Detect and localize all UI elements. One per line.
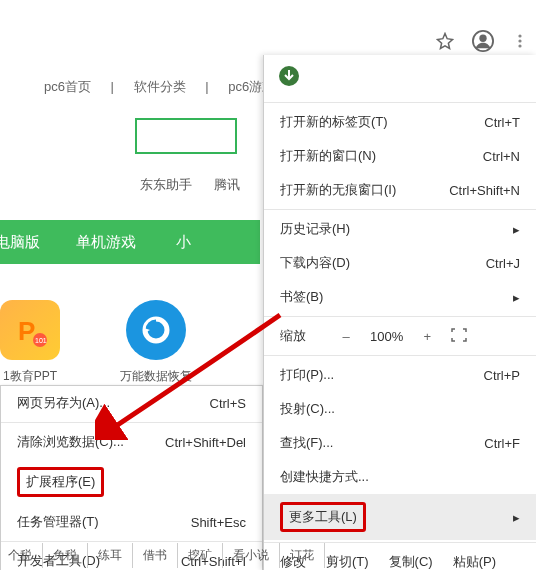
chevron-right-icon: ▸	[513, 222, 520, 237]
tab[interactable]: 个税	[0, 543, 43, 568]
cat-a[interactable]: 游电脑版	[0, 233, 40, 252]
bottom-tabs: 个税 免税 练耳 借书 挖矿 看小说 订花	[0, 543, 325, 568]
menuitem-incognito[interactable]: 打开新的无痕窗口(I)Ctrl+Shift+N	[264, 173, 536, 207]
app-item[interactable]: 万能数据恢复	[120, 300, 192, 385]
zoom-out-button[interactable]: –	[336, 329, 356, 344]
nav-links: pc6首页 | 软件分类 | pc6游戏	[36, 78, 283, 96]
sublink-a[interactable]: 东东助手	[140, 177, 192, 192]
tab[interactable]: 挖矿	[178, 543, 223, 568]
menuitem-clear-data[interactable]: 清除浏览数据(C)...Ctrl+Shift+Del	[1, 425, 262, 459]
chevron-right-icon: ▸	[513, 510, 520, 525]
menuitem-history[interactable]: 历史记录(H)▸	[264, 212, 536, 246]
divider	[264, 102, 536, 103]
cat-c[interactable]: 小	[176, 233, 191, 252]
menuitem-extensions[interactable]: 扩展程序(E)	[1, 459, 262, 505]
menuitem-new-tab[interactable]: 打开新的标签页(T)Ctrl+T	[264, 105, 536, 139]
sep: |	[111, 79, 114, 94]
app-label: 万能数据恢复	[120, 368, 192, 385]
menuitem-downloads[interactable]: 下载内容(D)Ctrl+J	[264, 246, 536, 280]
menuitem-print[interactable]: 打印(P)...Ctrl+P	[264, 358, 536, 392]
search-box[interactable]	[135, 118, 237, 154]
highlight-extensions: 扩展程序(E)	[17, 467, 104, 497]
tab[interactable]: 练耳	[88, 543, 133, 568]
category-bar: 游电脑版 单机游戏 小	[0, 220, 260, 264]
zoom-label: 缩放	[280, 327, 306, 345]
chrome-main-menu: 打开新的标签页(T)Ctrl+T 打开新的窗口(N)Ctrl+N 打开新的无痕窗…	[263, 55, 536, 570]
svg-point-3	[518, 39, 521, 42]
star-icon[interactable]	[436, 32, 454, 50]
menuitem-cast[interactable]: 投射(C)...	[264, 392, 536, 426]
zoom-row: 缩放 – 100% +	[264, 319, 536, 353]
app-item[interactable]: P101 1教育PPT	[0, 300, 60, 385]
highlight-more-tools: 更多工具(L)	[280, 502, 366, 532]
cut-button[interactable]: 剪切(T)	[326, 553, 369, 570]
menuitem-save-as[interactable]: 网页另存为(A)...Ctrl+S	[1, 386, 262, 420]
copy-button[interactable]: 复制(C)	[389, 553, 433, 570]
nav-b[interactable]: 软件分类	[134, 79, 186, 94]
svg-point-2	[518, 34, 521, 37]
menu-icon[interactable]	[512, 33, 528, 49]
zoom-in-button[interactable]: +	[417, 329, 437, 344]
tab[interactable]: 看小说	[223, 543, 280, 568]
divider	[1, 422, 262, 423]
divider	[264, 209, 536, 210]
menuitem-shortcut[interactable]: 创建快捷方式...	[264, 460, 536, 494]
divider	[264, 355, 536, 356]
svg-text:P: P	[18, 316, 35, 346]
sub-links: 东东助手 腾讯	[140, 176, 258, 194]
divider	[1, 541, 262, 542]
svg-point-4	[518, 44, 521, 47]
app-label: 1教育PPT	[3, 368, 57, 385]
chevron-right-icon: ▸	[513, 290, 520, 305]
sep: |	[205, 79, 208, 94]
fullscreen-icon[interactable]	[451, 328, 467, 345]
tab[interactable]: 借书	[133, 543, 178, 568]
paste-button[interactable]: 粘贴(P)	[453, 553, 496, 570]
svg-text:101: 101	[35, 337, 47, 344]
zoom-percent: 100%	[370, 329, 403, 344]
nav-a[interactable]: pc6首页	[44, 79, 91, 94]
menuitem-more-tools[interactable]: 更多工具(L)▸	[264, 494, 536, 540]
divider	[264, 316, 536, 317]
app-icon-ppt: P101	[0, 300, 60, 360]
menuitem-new-window[interactable]: 打开新的窗口(N)Ctrl+N	[264, 139, 536, 173]
menuitem-task-manager[interactable]: 任务管理器(T)Shift+Esc	[1, 505, 262, 539]
tab[interactable]: 订花	[280, 543, 325, 568]
profile-icon[interactable]	[472, 30, 494, 52]
app-icon-recovery	[126, 300, 186, 360]
menuitem-bookmarks[interactable]: 书签(B)▸	[264, 280, 536, 314]
tab[interactable]: 免税	[43, 543, 88, 568]
idm-icon[interactable]	[264, 55, 536, 100]
sublink-b[interactable]: 腾讯	[214, 177, 240, 192]
cat-b[interactable]: 单机游戏	[76, 233, 136, 252]
browser-toolbar	[436, 30, 528, 52]
menuitem-find[interactable]: 查找(F)...Ctrl+F	[264, 426, 536, 460]
svg-point-1	[479, 35, 486, 42]
